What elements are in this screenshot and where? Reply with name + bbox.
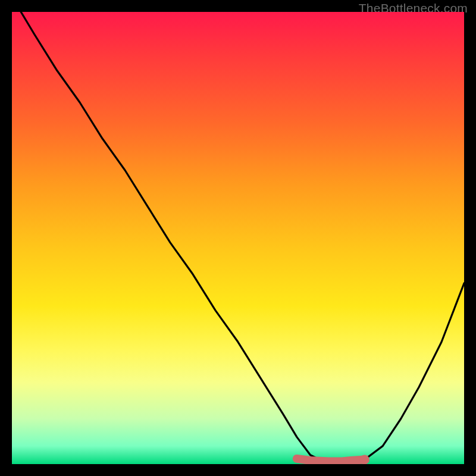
bottleneck-curve-path xyxy=(21,12,464,464)
plot-area xyxy=(12,12,464,464)
optimal-band-end-dot xyxy=(360,455,369,464)
chart-stage: TheBottleneck.com xyxy=(0,0,476,476)
bottleneck-curve-svg xyxy=(12,12,464,464)
optimal-band-marker xyxy=(297,459,365,462)
